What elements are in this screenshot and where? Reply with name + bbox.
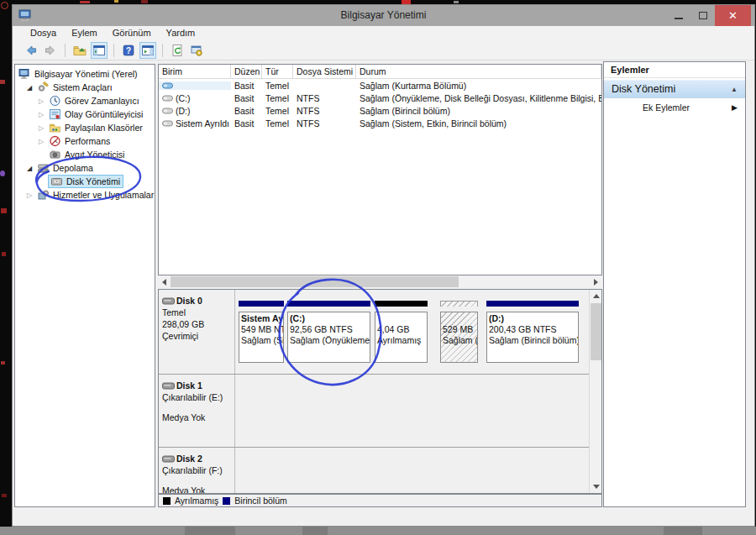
scroll-up-arrow[interactable] — [590, 290, 602, 302]
volume-layout: Basit — [231, 81, 262, 91]
disk-label[interactable]: Disk 2 Çıkarılabilir (F:) Medya Yok — [162, 453, 233, 494]
minimize-button[interactable] — [666, 5, 690, 26]
partition-status: Sağlam (Önyükleme, Disk Belleği Dosyası,… — [290, 335, 368, 346]
column-header-duzen[interactable]: Düzen — [231, 65, 262, 79]
tree-item-depolama[interactable]: ◢ Depolama — [15, 161, 155, 175]
actions-pane-title: Eylemler — [604, 62, 745, 78]
tree-item-hizmetler[interactable]: ▷ Hizmetler ve Uygulamalar — [15, 188, 155, 202]
system-tools-icon — [37, 81, 50, 93]
legend-swatch-primary — [223, 497, 230, 505]
console-tree-panel: Bilgisayar Yönetimi (Yerel) ◢ Sistem Ara… — [14, 64, 155, 507]
partition-d[interactable]: (D:) 200,43 GB NTFS Sağlam (Birincil böl… — [486, 290, 579, 374]
column-header-durum[interactable]: Durum — [356, 65, 601, 79]
partition-type-stripe — [287, 301, 370, 307]
taskbar-strip[interactable] — [0, 527, 756, 535]
table-row[interactable]: Basit Temel Sağlam (Kurtarma Bölümü) — [159, 79, 601, 92]
computer-icon — [18, 68, 31, 80]
volume-name: (D:) — [176, 106, 191, 116]
volume-icon — [162, 119, 173, 128]
volume-type: Temel — [262, 93, 293, 103]
taskbar-segment — [185, 527, 235, 535]
expander-collapsed-icon[interactable]: ▷ — [39, 138, 49, 145]
tree-item-performans[interactable]: ▷ Performans — [15, 134, 155, 148]
show-console-tree-icon[interactable] — [91, 42, 108, 59]
disk-drive-icon — [162, 297, 176, 305]
shared-folders-icon — [49, 122, 61, 134]
console-properties-icon[interactable] — [188, 42, 205, 59]
partition-recovery[interactable]: 529 MB Sağlam (Kurtarma Bölümü) — [440, 290, 478, 374]
table-row[interactable]: (D:) Basit Temel NTFS Sağlam (Birincil b… — [159, 104, 601, 117]
expander-collapsed-icon[interactable]: ▷ — [27, 191, 37, 199]
legend-label: Birincil bölüm — [234, 496, 286, 506]
partition-type-stripe — [375, 301, 428, 307]
toolbar-separator — [162, 44, 163, 57]
actions-section-header[interactable]: Disk Yönetimi ▲ — [604, 80, 745, 98]
back-icon[interactable] — [23, 42, 39, 59]
menu-gorunum[interactable]: Görünüm — [105, 27, 159, 39]
tree-item-paylasilan-klasorler[interactable]: ▷ Paylaşılan Klasörler — [15, 121, 155, 134]
volume-fs: NTFS — [293, 106, 356, 116]
desktop-artifact — [454, 1, 459, 3]
volume-status: Sağlam (Sistem, Etkin, Birincil bölüm) — [356, 118, 601, 129]
disk-row-0: Disk 0 Temel 298,09 GB Çevrimiçi Sistem … — [159, 290, 589, 375]
help-icon[interactable]: ? — [120, 42, 137, 59]
tree-item-gorev-zamanlayici[interactable]: ▷ Görev Zamanlayıcı — [15, 94, 155, 108]
table-row[interactable]: Sistem Ayrıldı Basit Temel NTFS Sağlam (… — [159, 117, 601, 129]
expander-collapsed-icon[interactable]: ▷ — [39, 111, 49, 118]
forward-icon[interactable] — [42, 42, 59, 59]
refresh-icon[interactable] — [169, 42, 186, 59]
scrollbar-thumb[interactable] — [591, 303, 601, 360]
selected-tree-item[interactable]: Disk Yönetimi — [49, 176, 123, 187]
menu-bar: Dosya Eylem Görünüm Yardım — [13, 26, 754, 40]
menu-yardim[interactable]: Yardım — [159, 27, 203, 39]
column-header-birim[interactable]: Birim — [159, 65, 231, 79]
partition-c[interactable]: (C:) 92,56 GB NTFS Sağlam (Önyükleme, Di… — [287, 290, 370, 374]
tree-item-olay-goruntuleyicisi[interactable]: ▷ Olay Görüntüleyicisi — [15, 108, 155, 121]
maximize-button[interactable] — [690, 5, 715, 26]
performance-icon — [49, 135, 61, 147]
show-action-pane-icon[interactable] — [139, 42, 156, 59]
expander-expanded-icon[interactable]: ◢ — [27, 165, 37, 172]
tree-item-disk-yonetimi[interactable]: Disk Yönetimi — [15, 175, 155, 188]
partition-status: Sağlam (Kurtarma Bölümü) — [443, 335, 475, 346]
column-header-tur[interactable]: Tür — [262, 65, 293, 79]
tree-item-root[interactable]: Bilgisayar Yönetimi (Yerel) — [15, 67, 155, 81]
volume-table-header: Birim Düzen Tür Dosya Sistemi Durum — [159, 65, 601, 79]
scroll-left-arrow[interactable] — [158, 275, 171, 288]
up-folder-icon[interactable] — [71, 42, 88, 59]
disk-label[interactable]: Disk 1 Çıkarılabilir (E:) Medya Yok — [162, 380, 233, 423]
task-scheduler-icon — [49, 95, 61, 107]
services-icon — [37, 189, 50, 201]
scroll-down-arrow[interactable] — [590, 480, 602, 493]
actions-item-ek-eylemler[interactable]: Ek Eylemler ▶ — [604, 98, 745, 117]
column-header-dosya-sistemi[interactable]: Dosya Sistemi — [293, 65, 356, 79]
partition-sistem-ayrildi[interactable]: Sistem Ayrıldı 549 MB NTFS Sağlam (Siste… — [239, 290, 284, 374]
scrollbar-thumb[interactable] — [171, 276, 459, 287]
title-bar[interactable]: Bilgisayar Yönetimi ✕ — [13, 5, 754, 26]
desktop-artifact — [1, 361, 5, 365]
disk-status: Medya Yok — [162, 412, 233, 423]
desktop-artifact — [141, 0, 148, 3]
disk-label[interactable]: Disk 0 Temel 298,09 GB Çevrimiçi — [162, 295, 233, 342]
horizontal-scrollbar[interactable] — [158, 275, 602, 288]
legend-swatch-unallocated — [163, 497, 171, 505]
menu-dosya[interactable]: Dosya — [23, 27, 64, 39]
volume-layout: Basit — [231, 118, 262, 129]
disk-graphical-pane: Disk 0 Temel 298,09 GB Çevrimiçi Sistem … — [158, 289, 602, 494]
tree-item-aygit-yoneticisi[interactable]: Aygıt Yöneticisi — [15, 148, 155, 161]
scroll-right-arrow[interactable] — [590, 275, 602, 288]
close-button[interactable]: ✕ — [715, 5, 751, 26]
partition-title: Sistem Ayrıldı — [241, 313, 281, 324]
menu-eylem[interactable]: Eylem — [64, 27, 105, 39]
partition-title — [377, 313, 425, 324]
expander-expanded-icon[interactable]: ◢ — [27, 84, 37, 92]
tree-item-sistem-araclari[interactable]: ◢ Sistem Araçları — [15, 81, 155, 94]
volume-fs: NTFS — [293, 118, 356, 129]
table-row[interactable]: (C:) Basit Temel NTFS Sağlam (Önyükleme,… — [159, 92, 601, 104]
collapse-caret-icon[interactable]: ▲ — [731, 86, 738, 93]
partition-unallocated[interactable]: 4,04 GB Ayrılmamış — [375, 290, 428, 374]
expander-collapsed-icon[interactable]: ▷ — [39, 124, 49, 132]
taskbar-segment — [302, 527, 328, 535]
expander-collapsed-icon[interactable]: ▷ — [39, 97, 49, 105]
vertical-scrollbar[interactable] — [589, 290, 601, 493]
